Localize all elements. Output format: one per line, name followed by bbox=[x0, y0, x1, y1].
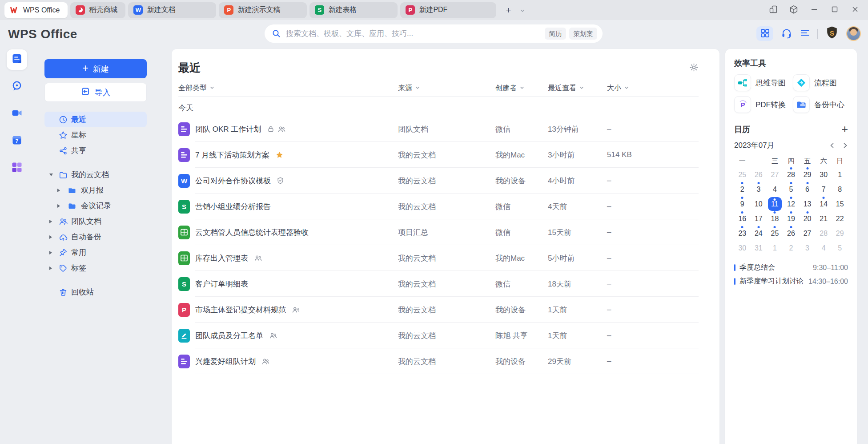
tool-pdf-convert[interactable]: PPDF转换 bbox=[734, 96, 789, 113]
rail-item-documents[interactable] bbox=[7, 49, 27, 70]
file-row[interactable]: S客户订单明细表 我的云文档 微信 18天前 – bbox=[178, 271, 699, 297]
close-button[interactable] bbox=[845, 0, 865, 20]
file-row[interactable]: P市场主体登记提交材料规范 我的云文档 我的设备 1天前 – bbox=[178, 297, 699, 323]
filter-size[interactable]: 大小 bbox=[607, 84, 699, 93]
calendar-next-button[interactable] bbox=[842, 142, 848, 149]
sidebar-item-auto-backup[interactable]: 自动备份 bbox=[44, 229, 147, 245]
import-button[interactable]: 导入 bbox=[44, 83, 147, 102]
caret-right-icon[interactable] bbox=[49, 220, 52, 223]
minimize-button[interactable] bbox=[804, 0, 824, 20]
rail-item-meeting[interactable] bbox=[7, 104, 27, 124]
calendar-day[interactable]: 17 bbox=[751, 211, 767, 226]
calendar-day[interactable]: 6 bbox=[799, 182, 816, 197]
calendar-day[interactable]: 2 bbox=[783, 241, 800, 255]
caret-right-icon[interactable] bbox=[49, 266, 52, 270]
calendar-day[interactable]: 30 bbox=[816, 167, 832, 182]
calendar-day[interactable]: 22 bbox=[832, 211, 848, 226]
file-row[interactable]: 兴趣爱好组队计划 我的云文档 我的设备 29天前 – bbox=[178, 348, 699, 374]
search-bar[interactable]: 简历策划案 bbox=[265, 24, 603, 43]
calendar-day[interactable]: 30 bbox=[734, 241, 751, 255]
caret-right-icon[interactable] bbox=[49, 235, 52, 239]
tab-list-dropdown[interactable] bbox=[518, 4, 527, 17]
file-row[interactable]: W公司对外合作协议模板 我的云文档 我的设备 4小时前 – bbox=[178, 168, 699, 194]
calendar-day[interactable]: 20 bbox=[799, 211, 816, 226]
calendar-day[interactable]: 14 bbox=[816, 197, 832, 211]
sidebar-item-starred[interactable]: 星标 bbox=[44, 127, 147, 143]
calendar-day[interactable]: 15 bbox=[832, 197, 848, 211]
calendar-add-button[interactable]: + bbox=[841, 124, 848, 135]
search-tag[interactable]: 简历 bbox=[545, 28, 566, 40]
sidebar-item-bimonthly-report[interactable]: 双月报 bbox=[44, 182, 147, 198]
tab-wps-office[interactable]: WPS Office bbox=[4, 2, 68, 18]
calendar-day-selected[interactable]: 11 bbox=[767, 197, 783, 211]
calendar-day[interactable]: 2 bbox=[734, 182, 751, 197]
tab-new-doc[interactable]: W新建文档 bbox=[128, 2, 216, 18]
calendar-day[interactable]: 9 bbox=[734, 197, 751, 211]
calendar-day[interactable]: 27 bbox=[799, 226, 816, 241]
sidebar-item-my-cloud-docs[interactable]: 我的云文档 bbox=[44, 167, 147, 182]
calendar-event[interactable]: 季度总结会9:30–11:00 bbox=[734, 261, 848, 274]
caret-right-icon[interactable] bbox=[57, 204, 60, 208]
tool-mindmap[interactable]: 思维导图 bbox=[734, 74, 789, 91]
calendar-event[interactable]: 新季度学习计划讨论14:30–16:00 bbox=[734, 274, 848, 288]
tool-backup-center[interactable]: 备份中心 bbox=[793, 96, 848, 113]
filter-type[interactable]: 全部类型 bbox=[178, 84, 398, 93]
calendar-day[interactable]: 29 bbox=[832, 226, 848, 241]
membership-badge[interactable]: S bbox=[825, 26, 839, 42]
sidebar-item-recent[interactable]: 最近 bbox=[44, 112, 147, 127]
calendar-day[interactable]: 3 bbox=[751, 182, 767, 197]
calendar-day[interactable]: 3 bbox=[799, 241, 816, 255]
new-document-button[interactable]: + 新建 bbox=[44, 59, 147, 78]
calendar-day[interactable]: 28 bbox=[816, 226, 832, 241]
calendar-day[interactable]: 23 bbox=[734, 226, 751, 241]
tab-new-pdf[interactable]: P新建PDF bbox=[400, 2, 496, 18]
calendar-day[interactable]: 31 bbox=[751, 241, 767, 255]
calendar-day[interactable]: 25 bbox=[767, 226, 783, 241]
tab-docer-mall[interactable]: 稻壳商城 bbox=[70, 2, 125, 18]
sidebar-item-recycle-bin[interactable]: 回收站 bbox=[44, 284, 147, 300]
calendar-day[interactable]: 13 bbox=[799, 197, 816, 211]
calendar-day[interactable]: 18 bbox=[767, 211, 783, 226]
caret-right-icon[interactable] bbox=[49, 251, 52, 254]
calendar-day[interactable]: 29 bbox=[799, 167, 816, 182]
sidebar-item-tags[interactable]: 标签 bbox=[44, 260, 147, 276]
calendar-day[interactable]: 26 bbox=[751, 167, 767, 182]
list-settings-button[interactable] bbox=[689, 63, 699, 73]
calendar-day[interactable]: 8 bbox=[832, 182, 848, 197]
calendar-day[interactable]: 27 bbox=[767, 167, 783, 182]
file-row[interactable]: 云文档管人员信息统计表理器验收 项目汇总 微信 15天前 – bbox=[178, 219, 699, 245]
tab-new-sheet[interactable]: S新建表格 bbox=[309, 2, 398, 18]
file-row[interactable]: 7 月线下活动策划方案 我的云文档 我的Mac 3小时前 514 KB bbox=[178, 142, 699, 168]
calendar-day[interactable]: 16 bbox=[734, 211, 751, 226]
calendar-day[interactable]: 21 bbox=[816, 211, 832, 226]
search-tag[interactable]: 策划案 bbox=[569, 28, 597, 40]
calendar-day[interactable]: 4 bbox=[816, 241, 832, 255]
file-row[interactable]: 团队 OKR 工作计划 团队文档 微信 13分钟前 – bbox=[178, 116, 699, 142]
workspace-button[interactable] bbox=[784, 0, 804, 20]
calendar-prev-button[interactable] bbox=[829, 142, 835, 149]
filter-source[interactable]: 来源 bbox=[398, 84, 495, 93]
tool-flowchart[interactable]: 流程图 bbox=[793, 74, 848, 91]
file-row[interactable]: S营销小组业绩分析报告 我的云文档 微信 4天前 – bbox=[178, 194, 699, 219]
avatar[interactable] bbox=[846, 26, 861, 41]
new-tab-button[interactable]: + bbox=[502, 4, 515, 17]
calendar-day[interactable]: 5 bbox=[783, 182, 800, 197]
sidebar-item-frequent[interactable]: 常用 bbox=[44, 245, 147, 260]
calendar-day[interactable]: 26 bbox=[783, 226, 800, 241]
global-menu-button[interactable] bbox=[800, 28, 810, 39]
calendar-day[interactable]: 28 bbox=[783, 167, 800, 182]
caret-down-icon[interactable] bbox=[49, 174, 53, 176]
sidebar-item-meeting-notes[interactable]: 会议记录 bbox=[44, 198, 147, 214]
calendar-day[interactable]: 5 bbox=[832, 241, 848, 255]
calendar-day[interactable]: 25 bbox=[734, 167, 751, 182]
mobile-connect-button[interactable] bbox=[763, 0, 784, 20]
rail-item-chat[interactable] bbox=[7, 77, 27, 97]
calendar-day[interactable]: 19 bbox=[783, 211, 800, 226]
home-grid-button[interactable] bbox=[756, 26, 773, 41]
rail-item-apps[interactable] bbox=[7, 158, 27, 178]
caret-right-icon[interactable] bbox=[57, 189, 60, 192]
file-row[interactable]: 团队成员及分工名单 我的云文档 陈旭 共享 1天前 – bbox=[178, 323, 699, 348]
calendar-day[interactable]: 1 bbox=[832, 167, 848, 182]
calendar-day[interactable]: 10 bbox=[751, 197, 767, 211]
maximize-button[interactable] bbox=[824, 0, 845, 20]
